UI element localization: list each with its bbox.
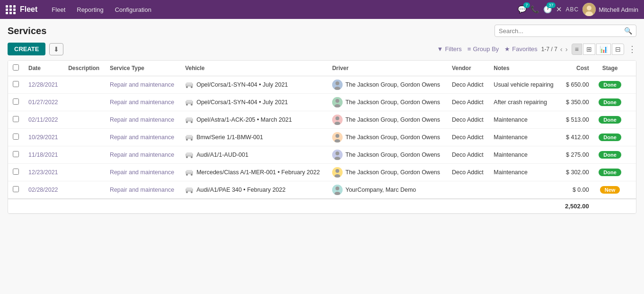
brand-name[interactable]: Fleet xyxy=(20,5,37,14)
cell-vendor: Deco Addict xyxy=(447,146,489,164)
download-button[interactable]: ⬇ xyxy=(49,43,63,55)
driver-avatar xyxy=(332,150,343,160)
select-all-checkbox[interactable] xyxy=(13,64,19,71)
row-checkbox[interactable] xyxy=(13,169,19,175)
col-cost[interactable]: Cost xyxy=(560,61,594,76)
svg-point-29 xyxy=(335,134,339,138)
stage-badge-done: Done xyxy=(599,81,621,89)
cell-cost: $ 513.00 xyxy=(560,111,594,129)
cell-actions xyxy=(626,146,636,164)
prev-page-button[interactable]: ‹ xyxy=(560,45,563,53)
navbar-icons: 💬7 📞 🕐37 ✕ ABC Mitchell Admin xyxy=(518,3,639,16)
filter-icon: ▼ xyxy=(437,45,443,53)
svg-point-33 xyxy=(186,156,188,158)
create-button[interactable]: CREATE xyxy=(8,43,45,55)
row-checkbox[interactable] xyxy=(13,134,19,140)
row-checkbox[interactable] xyxy=(13,98,19,105)
cell-description xyxy=(63,76,105,94)
chat-icon[interactable]: 💬7 xyxy=(518,5,527,14)
close-icon[interactable]: ✕ xyxy=(556,5,562,14)
chat-badge: 7 xyxy=(523,2,529,8)
col-notes[interactable]: Notes xyxy=(489,61,559,76)
pivot-view-button[interactable]: ⊟ xyxy=(612,44,624,55)
row-checkbox[interactable] xyxy=(13,116,19,122)
svg-rect-4 xyxy=(186,82,192,85)
svg-point-36 xyxy=(335,151,339,155)
main-menu: Fleet Reporting Configuration xyxy=(47,3,156,16)
table-row[interactable]: 11/18/2021 Repair and maintenance Audi/A… xyxy=(8,146,636,164)
cell-driver: The Jackson Group, Gordon Owens xyxy=(327,94,447,111)
filters-button[interactable]: ▼ Filters xyxy=(437,45,462,53)
svg-point-19 xyxy=(186,121,188,123)
abc-label[interactable]: ABC xyxy=(566,6,579,13)
search-bar[interactable]: 🔍 xyxy=(494,25,636,37)
table-row[interactable]: 10/29/2021 Repair and maintenance Bmw/Se… xyxy=(8,129,636,146)
menu-configuration[interactable]: Configuration xyxy=(110,3,156,16)
table-row[interactable]: 01/27/2022 Repair and maintenance Opel/C… xyxy=(8,94,636,111)
col-vendor[interactable]: Vendor xyxy=(447,61,489,76)
table-row[interactable]: 02/28/2022 Repair and maintenance Audi/A… xyxy=(8,181,636,199)
svg-rect-25 xyxy=(186,135,192,137)
search-icon[interactable]: 🔍 xyxy=(624,27,632,35)
col-date[interactable]: Date xyxy=(24,61,63,76)
menu-reporting[interactable]: Reporting xyxy=(72,3,108,16)
row-checkbox[interactable] xyxy=(13,151,19,157)
vehicle-icon xyxy=(185,169,194,176)
graph-view-button[interactable]: 📊 xyxy=(596,44,611,55)
cell-service-type: Repair and maintenance xyxy=(105,111,180,129)
cell-vehicle: Audi/A1/1-AUD-001 xyxy=(180,146,327,164)
vehicle-icon xyxy=(185,81,194,88)
clock-icon[interactable]: 🕐37 xyxy=(543,5,552,14)
col-stage[interactable]: Stage xyxy=(594,61,626,76)
favorites-button[interactable]: ★ Favorites xyxy=(504,45,537,53)
list-view-button[interactable]: ≡ xyxy=(572,44,582,55)
vehicle-icon xyxy=(185,116,194,123)
col-actions xyxy=(626,61,636,76)
table-row[interactable]: 12/23/2021 Repair and maintenance Merced… xyxy=(8,164,636,181)
row-checkbox[interactable] xyxy=(13,186,19,192)
col-description[interactable]: Description xyxy=(63,61,105,76)
total-row: 2,502.00 xyxy=(8,199,636,214)
table-row[interactable]: 12/28/2021 Repair and maintenance Opel/C… xyxy=(8,76,636,94)
search-input[interactable] xyxy=(499,27,621,35)
cell-driver: The Jackson Group, Gordon Owens xyxy=(327,164,447,181)
menu-fleet[interactable]: Fleet xyxy=(47,3,70,16)
cell-vehicle: Opel/Corsa/1-SYN-404 • July 2021 xyxy=(180,76,327,94)
col-vehicle[interactable]: Vehicle xyxy=(180,61,327,76)
table-row[interactable]: 02/11/2022 Repair and maintenance Opel/A… xyxy=(8,111,636,129)
cell-stage: New xyxy=(594,181,626,199)
svg-point-22 xyxy=(335,116,339,120)
cell-cost: $ 350.00 xyxy=(560,94,594,111)
cell-vehicle: Opel/Corsa/1-SYN-404 • July 2021 xyxy=(180,94,327,111)
svg-rect-11 xyxy=(186,100,192,102)
cell-description xyxy=(63,181,105,199)
cell-notes: Maintenance xyxy=(489,146,559,164)
svg-rect-39 xyxy=(186,170,192,172)
kanban-view-button[interactable]: ⊞ xyxy=(583,44,595,55)
cell-date: 12/23/2021 xyxy=(24,164,63,181)
cell-driver: The Jackson Group, Gordon Owens xyxy=(327,111,447,129)
user-menu[interactable]: Mitchell Admin xyxy=(582,3,638,16)
cell-vehicle: Mercedes/Class A/1-MER-001 • February 20… xyxy=(180,164,327,181)
col-driver[interactable]: Driver xyxy=(327,61,447,76)
vehicle-icon xyxy=(185,187,194,193)
driver-avatar xyxy=(332,167,343,178)
svg-point-43 xyxy=(335,169,339,173)
cell-driver: The Jackson Group, Gordon Owens xyxy=(327,76,447,94)
services-table: Date Description Service Type Vehicle Dr… xyxy=(8,60,636,214)
cell-notes: After crash repairing xyxy=(489,94,559,111)
col-service-type[interactable]: Service Type xyxy=(105,61,180,76)
svg-point-13 xyxy=(191,104,193,106)
phone-icon[interactable]: 📞 xyxy=(530,5,539,14)
groupby-button[interactable]: ≡ Group By xyxy=(468,45,499,53)
svg-point-34 xyxy=(191,156,193,158)
row-checkbox[interactable] xyxy=(13,81,19,87)
svg-rect-18 xyxy=(186,117,192,120)
star-icon: ★ xyxy=(504,45,510,53)
apps-menu[interactable] xyxy=(6,5,16,14)
more-options-button[interactable]: ⋮ xyxy=(628,44,636,54)
next-page-button[interactable]: › xyxy=(565,45,568,53)
cell-vendor xyxy=(447,181,489,199)
navbar: Fleet Fleet Reporting Configuration 💬7 📞… xyxy=(0,0,644,19)
cell-cost: $ 650.00 xyxy=(560,76,594,94)
